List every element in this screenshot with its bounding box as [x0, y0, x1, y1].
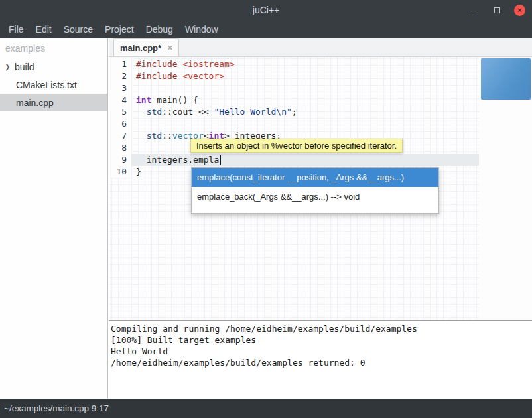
file-label: build [15, 62, 34, 72]
sidebar-header: examples [0, 38, 107, 58]
menu-item-debug[interactable]: Debug [140, 20, 179, 38]
code-line-4[interactable]: 4int main() { [109, 94, 532, 106]
code-text: } [131, 166, 141, 178]
code-line-1[interactable]: 1#include <iostream> [109, 58, 532, 70]
minimap-slider[interactable] [481, 58, 531, 100]
output-panel[interactable]: Compiling and running /home/eidheim/exam… [109, 320, 532, 399]
file-label: CMakeLists.txt [16, 80, 77, 90]
tab-close-icon[interactable]: × [167, 42, 172, 53]
code-line-3[interactable]: 3 [109, 82, 532, 94]
menu-item-edit[interactable]: Edit [30, 20, 58, 38]
code-text: #include <iostream> [131, 58, 235, 70]
sidebar: examples ❯buildCMakeLists.txtmain.cpp [0, 38, 108, 399]
code-line-2[interactable]: 2#include <vector> [109, 70, 532, 82]
tab-main-cpp[interactable]: main.cpp* × [113, 38, 179, 56]
completion-popup[interactable]: emplace(const_iterator __position, _Args… [191, 167, 439, 214]
file-tree: ❯buildCMakeLists.txtmain.cpp [0, 58, 107, 111]
tab-label: main.cpp* [120, 43, 161, 53]
output-line: /home/eidheim/examples/build/examples re… [111, 357, 532, 368]
close-icon[interactable]: × [514, 5, 525, 16]
line-number: 6 [109, 118, 131, 130]
completion-item-0[interactable]: emplace(const_iterator __position, _Args… [192, 168, 438, 187]
line-number: 7 [109, 130, 131, 142]
line-number: 8 [109, 142, 131, 154]
code-text [131, 142, 136, 154]
menu-bar: FileEditSourceProjectDebugWindow [0, 20, 532, 38]
code-line-5[interactable]: 5 std::cout << "Hello World\n"; [109, 106, 532, 118]
output-line: Hello World [111, 346, 532, 357]
file-label: main.cpp [16, 98, 54, 108]
completion-item-1[interactable]: emplace_back(_Args &&__args...) --> void [192, 187, 438, 206]
file-tree-item-build[interactable]: ❯build [0, 58, 107, 76]
minimap[interactable] [479, 57, 532, 320]
output-line: [100%] Built target examples [111, 334, 532, 346]
code-text: integers.empla [131, 154, 221, 166]
expander-icon[interactable]: ❯ [5, 63, 13, 70]
file-tree-item-main-cpp[interactable]: main.cpp [0, 94, 107, 111]
maximize-icon[interactable] [491, 4, 503, 16]
output-line: Compiling and running /home/eidheim/exam… [111, 323, 532, 334]
code-text [131, 82, 136, 94]
file-tree-item-cmakelists-txt[interactable]: CMakeLists.txt [0, 76, 107, 94]
tab-bar: main.cpp* × [109, 38, 532, 57]
code-text: #include <vector> [131, 70, 224, 82]
menu-item-window[interactable]: Window [179, 20, 224, 38]
line-number: 3 [109, 82, 131, 94]
doc-tooltip: Inserts an object in %vector before spec… [190, 139, 403, 153]
maximize-glyph [494, 7, 500, 13]
line-number: 5 [109, 106, 131, 118]
menu-item-source[interactable]: Source [58, 20, 99, 38]
editor-column: main.cpp* × 1#include <iostream>2#includ… [109, 38, 532, 399]
title-bar[interactable]: juCi++ – × [0, 0, 532, 20]
editor[interactable]: 1#include <iostream>2#include <vector>34… [109, 57, 532, 320]
window-title: juCi++ [253, 5, 279, 15]
window-controls: – × [468, 0, 525, 20]
line-number: 4 [109, 94, 131, 106]
line-number: 9 [109, 154, 131, 166]
menu-item-project[interactable]: Project [99, 20, 140, 38]
code-text: int main() { [131, 94, 198, 106]
main-body: examples ❯buildCMakeLists.txtmain.cpp ma… [0, 38, 532, 399]
text-caret [220, 155, 221, 165]
minimize-icon[interactable]: – [468, 4, 480, 16]
status-bar: ~/examples/main.cpp 9:17 [0, 399, 532, 418]
app-window: juCi++ – × FileEditSourceProjectDebugWin… [0, 0, 532, 418]
line-number: 2 [109, 70, 131, 82]
code-text: std::cout << "Hello World\n"; [131, 106, 297, 118]
line-number: 10 [109, 166, 131, 178]
code-line-9[interactable]: 9 integers.empla [109, 154, 532, 166]
status-text: ~/examples/main.cpp 9:17 [4, 403, 109, 413]
menu-item-file[interactable]: File [3, 20, 30, 38]
code-line-6[interactable]: 6 [109, 118, 532, 130]
line-number: 1 [109, 58, 131, 70]
code-text [131, 118, 136, 130]
